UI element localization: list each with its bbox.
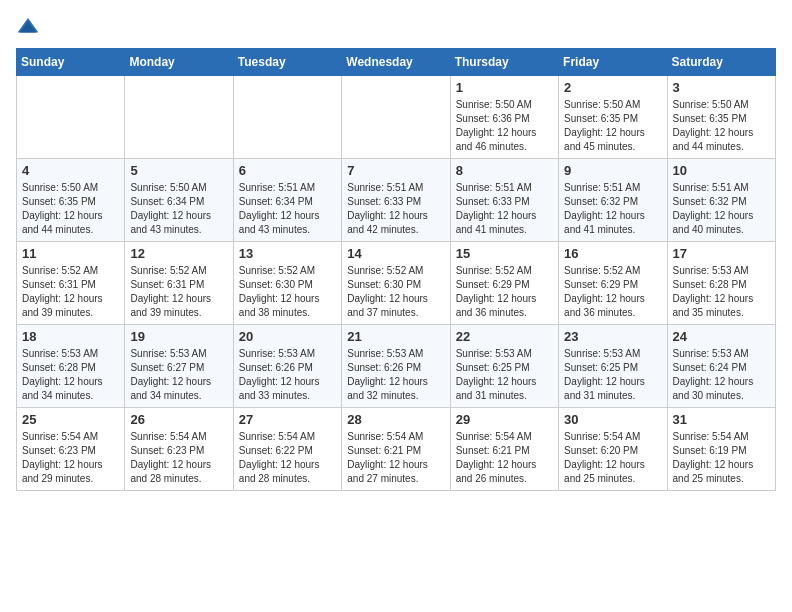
calendar-cell: 30Sunrise: 5:54 AM Sunset: 6:20 PM Dayli… bbox=[559, 408, 667, 491]
day-number: 26 bbox=[130, 412, 227, 427]
calendar-cell: 20Sunrise: 5:53 AM Sunset: 6:26 PM Dayli… bbox=[233, 325, 341, 408]
calendar-cell bbox=[342, 76, 450, 159]
calendar-cell: 18Sunrise: 5:53 AM Sunset: 6:28 PM Dayli… bbox=[17, 325, 125, 408]
day-number: 11 bbox=[22, 246, 119, 261]
calendar-cell: 6Sunrise: 5:51 AM Sunset: 6:34 PM Daylig… bbox=[233, 159, 341, 242]
day-number: 18 bbox=[22, 329, 119, 344]
calendar-cell: 31Sunrise: 5:54 AM Sunset: 6:19 PM Dayli… bbox=[667, 408, 775, 491]
day-number: 7 bbox=[347, 163, 444, 178]
calendar-cell: 14Sunrise: 5:52 AM Sunset: 6:30 PM Dayli… bbox=[342, 242, 450, 325]
day-number: 20 bbox=[239, 329, 336, 344]
calendar-week-row: 11Sunrise: 5:52 AM Sunset: 6:31 PM Dayli… bbox=[17, 242, 776, 325]
calendar-cell: 27Sunrise: 5:54 AM Sunset: 6:22 PM Dayli… bbox=[233, 408, 341, 491]
calendar-cell: 25Sunrise: 5:54 AM Sunset: 6:23 PM Dayli… bbox=[17, 408, 125, 491]
calendar-cell: 24Sunrise: 5:53 AM Sunset: 6:24 PM Dayli… bbox=[667, 325, 775, 408]
calendar-cell: 22Sunrise: 5:53 AM Sunset: 6:25 PM Dayli… bbox=[450, 325, 558, 408]
day-info: Sunrise: 5:53 AM Sunset: 6:28 PM Dayligh… bbox=[673, 264, 770, 320]
weekday-header: Sunday bbox=[17, 49, 125, 76]
calendar-cell: 17Sunrise: 5:53 AM Sunset: 6:28 PM Dayli… bbox=[667, 242, 775, 325]
calendar-cell: 1Sunrise: 5:50 AM Sunset: 6:36 PM Daylig… bbox=[450, 76, 558, 159]
day-number: 27 bbox=[239, 412, 336, 427]
calendar-cell: 3Sunrise: 5:50 AM Sunset: 6:35 PM Daylig… bbox=[667, 76, 775, 159]
calendar-table: SundayMondayTuesdayWednesdayThursdayFrid… bbox=[16, 48, 776, 491]
calendar-cell: 4Sunrise: 5:50 AM Sunset: 6:35 PM Daylig… bbox=[17, 159, 125, 242]
logo-icon bbox=[16, 16, 40, 36]
day-info: Sunrise: 5:51 AM Sunset: 6:32 PM Dayligh… bbox=[564, 181, 661, 237]
day-number: 30 bbox=[564, 412, 661, 427]
day-number: 31 bbox=[673, 412, 770, 427]
calendar-cell: 29Sunrise: 5:54 AM Sunset: 6:21 PM Dayli… bbox=[450, 408, 558, 491]
calendar-cell: 16Sunrise: 5:52 AM Sunset: 6:29 PM Dayli… bbox=[559, 242, 667, 325]
calendar-cell: 15Sunrise: 5:52 AM Sunset: 6:29 PM Dayli… bbox=[450, 242, 558, 325]
day-info: Sunrise: 5:53 AM Sunset: 6:25 PM Dayligh… bbox=[564, 347, 661, 403]
calendar-cell: 8Sunrise: 5:51 AM Sunset: 6:33 PM Daylig… bbox=[450, 159, 558, 242]
day-info: Sunrise: 5:54 AM Sunset: 6:21 PM Dayligh… bbox=[347, 430, 444, 486]
day-info: Sunrise: 5:53 AM Sunset: 6:27 PM Dayligh… bbox=[130, 347, 227, 403]
day-info: Sunrise: 5:53 AM Sunset: 6:28 PM Dayligh… bbox=[22, 347, 119, 403]
day-number: 8 bbox=[456, 163, 553, 178]
calendar-cell: 21Sunrise: 5:53 AM Sunset: 6:26 PM Dayli… bbox=[342, 325, 450, 408]
day-info: Sunrise: 5:51 AM Sunset: 6:34 PM Dayligh… bbox=[239, 181, 336, 237]
calendar-week-row: 1Sunrise: 5:50 AM Sunset: 6:36 PM Daylig… bbox=[17, 76, 776, 159]
day-number: 2 bbox=[564, 80, 661, 95]
day-info: Sunrise: 5:53 AM Sunset: 6:26 PM Dayligh… bbox=[347, 347, 444, 403]
calendar-cell: 13Sunrise: 5:52 AM Sunset: 6:30 PM Dayli… bbox=[233, 242, 341, 325]
day-number: 16 bbox=[564, 246, 661, 261]
day-number: 19 bbox=[130, 329, 227, 344]
calendar-cell bbox=[17, 76, 125, 159]
day-info: Sunrise: 5:54 AM Sunset: 6:21 PM Dayligh… bbox=[456, 430, 553, 486]
day-number: 23 bbox=[564, 329, 661, 344]
weekday-header: Saturday bbox=[667, 49, 775, 76]
weekday-header: Monday bbox=[125, 49, 233, 76]
day-number: 9 bbox=[564, 163, 661, 178]
day-info: Sunrise: 5:54 AM Sunset: 6:23 PM Dayligh… bbox=[130, 430, 227, 486]
logo bbox=[16, 16, 44, 36]
weekday-header: Tuesday bbox=[233, 49, 341, 76]
day-number: 17 bbox=[673, 246, 770, 261]
day-info: Sunrise: 5:53 AM Sunset: 6:25 PM Dayligh… bbox=[456, 347, 553, 403]
day-number: 29 bbox=[456, 412, 553, 427]
day-number: 24 bbox=[673, 329, 770, 344]
calendar-cell: 28Sunrise: 5:54 AM Sunset: 6:21 PM Dayli… bbox=[342, 408, 450, 491]
day-info: Sunrise: 5:54 AM Sunset: 6:20 PM Dayligh… bbox=[564, 430, 661, 486]
day-info: Sunrise: 5:52 AM Sunset: 6:31 PM Dayligh… bbox=[22, 264, 119, 320]
day-info: Sunrise: 5:51 AM Sunset: 6:32 PM Dayligh… bbox=[673, 181, 770, 237]
day-info: Sunrise: 5:54 AM Sunset: 6:22 PM Dayligh… bbox=[239, 430, 336, 486]
calendar-cell: 7Sunrise: 5:51 AM Sunset: 6:33 PM Daylig… bbox=[342, 159, 450, 242]
day-number: 4 bbox=[22, 163, 119, 178]
day-number: 3 bbox=[673, 80, 770, 95]
day-info: Sunrise: 5:52 AM Sunset: 6:30 PM Dayligh… bbox=[239, 264, 336, 320]
calendar-cell bbox=[125, 76, 233, 159]
calendar-cell: 12Sunrise: 5:52 AM Sunset: 6:31 PM Dayli… bbox=[125, 242, 233, 325]
day-info: Sunrise: 5:52 AM Sunset: 6:29 PM Dayligh… bbox=[564, 264, 661, 320]
day-info: Sunrise: 5:53 AM Sunset: 6:24 PM Dayligh… bbox=[673, 347, 770, 403]
day-number: 6 bbox=[239, 163, 336, 178]
day-number: 28 bbox=[347, 412, 444, 427]
day-info: Sunrise: 5:51 AM Sunset: 6:33 PM Dayligh… bbox=[347, 181, 444, 237]
day-number: 10 bbox=[673, 163, 770, 178]
calendar-cell: 2Sunrise: 5:50 AM Sunset: 6:35 PM Daylig… bbox=[559, 76, 667, 159]
day-info: Sunrise: 5:53 AM Sunset: 6:26 PM Dayligh… bbox=[239, 347, 336, 403]
day-number: 25 bbox=[22, 412, 119, 427]
weekday-header: Wednesday bbox=[342, 49, 450, 76]
day-info: Sunrise: 5:54 AM Sunset: 6:23 PM Dayligh… bbox=[22, 430, 119, 486]
day-number: 13 bbox=[239, 246, 336, 261]
calendar-header-row: SundayMondayTuesdayWednesdayThursdayFrid… bbox=[17, 49, 776, 76]
day-info: Sunrise: 5:50 AM Sunset: 6:35 PM Dayligh… bbox=[673, 98, 770, 154]
day-number: 5 bbox=[130, 163, 227, 178]
weekday-header: Thursday bbox=[450, 49, 558, 76]
day-info: Sunrise: 5:50 AM Sunset: 6:35 PM Dayligh… bbox=[22, 181, 119, 237]
day-info: Sunrise: 5:52 AM Sunset: 6:29 PM Dayligh… bbox=[456, 264, 553, 320]
calendar-cell: 10Sunrise: 5:51 AM Sunset: 6:32 PM Dayli… bbox=[667, 159, 775, 242]
calendar-cell: 5Sunrise: 5:50 AM Sunset: 6:34 PM Daylig… bbox=[125, 159, 233, 242]
day-info: Sunrise: 5:51 AM Sunset: 6:33 PM Dayligh… bbox=[456, 181, 553, 237]
day-number: 14 bbox=[347, 246, 444, 261]
page-header bbox=[16, 16, 776, 36]
calendar-week-row: 4Sunrise: 5:50 AM Sunset: 6:35 PM Daylig… bbox=[17, 159, 776, 242]
calendar-week-row: 25Sunrise: 5:54 AM Sunset: 6:23 PM Dayli… bbox=[17, 408, 776, 491]
day-number: 12 bbox=[130, 246, 227, 261]
weekday-header: Friday bbox=[559, 49, 667, 76]
day-number: 1 bbox=[456, 80, 553, 95]
day-number: 22 bbox=[456, 329, 553, 344]
day-number: 15 bbox=[456, 246, 553, 261]
